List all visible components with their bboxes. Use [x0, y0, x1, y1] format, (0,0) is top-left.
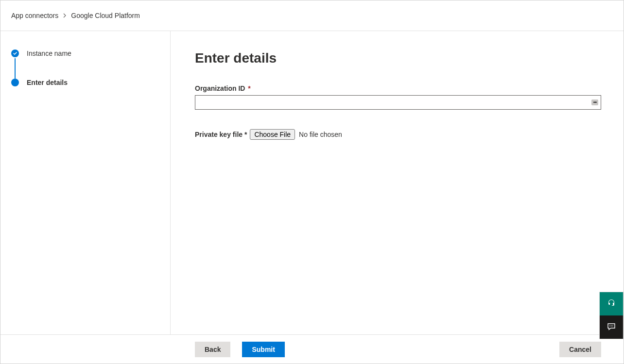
- organization-id-label: Organization ID *: [195, 84, 251, 92]
- floating-action-buttons: [599, 292, 624, 339]
- svg-point-2: [612, 325, 613, 326]
- organization-id-field: Organization ID * •••: [195, 84, 601, 110]
- breadcrumb: App connectors Google Cloud Platform: [0, 0, 624, 31]
- cancel-button[interactable]: Cancel: [559, 342, 601, 357]
- footer-bar: Back Submit Cancel: [0, 334, 624, 364]
- submit-button[interactable]: Submit: [242, 342, 284, 357]
- wizard-step-enter-details[interactable]: Enter details: [11, 79, 159, 86]
- label-text: Organization ID: [195, 84, 245, 92]
- choose-file-button[interactable]: Choose File: [250, 129, 295, 140]
- chevron-right-icon: [62, 12, 67, 19]
- wizard-step-instance-name[interactable]: Instance name: [11, 50, 159, 57]
- organization-id-input[interactable]: [195, 95, 601, 110]
- private-key-file-label: Private key file *: [195, 131, 247, 138]
- required-asterisk: *: [244, 131, 247, 138]
- page-title: Enter details: [195, 50, 601, 66]
- chat-icon: [607, 322, 616, 333]
- app-frame: App connectors Google Cloud Platform Ins…: [0, 0, 624, 364]
- body: Instance name Enter details Enter detail…: [0, 31, 624, 334]
- wizard-step-label: Instance name: [27, 50, 71, 57]
- main-content: Enter details Organization ID * ••• Priv…: [171, 31, 624, 334]
- file-chosen-status: No file chosen: [299, 131, 342, 138]
- svg-point-1: [611, 325, 612, 326]
- required-asterisk: *: [246, 84, 250, 92]
- back-button[interactable]: Back: [195, 342, 230, 357]
- help-button[interactable]: [600, 292, 623, 315]
- step-connector: [15, 58, 16, 79]
- breadcrumb-parent-link[interactable]: App connectors: [11, 12, 58, 19]
- current-step-dot-icon: [11, 79, 19, 86]
- svg-point-0: [609, 325, 610, 326]
- feedback-button[interactable]: [600, 315, 623, 339]
- wizard-step-label: Enter details: [27, 79, 68, 86]
- check-circle-icon: [11, 50, 19, 57]
- breadcrumb-current: Google Cloud Platform: [71, 12, 140, 19]
- wizard-sidebar: Instance name Enter details: [0, 31, 171, 334]
- ellipsis-icon[interactable]: •••: [591, 99, 598, 105]
- private-key-file-field: Private key file * Choose File No file c…: [195, 129, 601, 140]
- label-text: Private key file: [195, 131, 243, 138]
- headset-icon: [607, 298, 616, 310]
